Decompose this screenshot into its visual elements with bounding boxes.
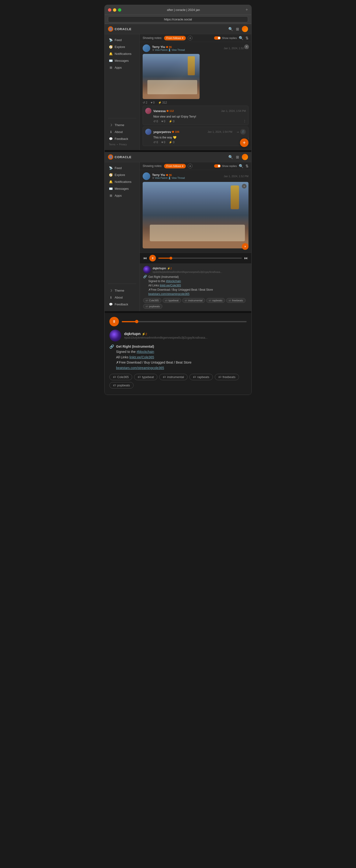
reply-boost-v[interactable]: ↺ 0 [153,120,158,123]
app-window: after | coracle | 2024 jan + 🌀 CORACLE 🔍… [104,5,252,395]
linktree-link-2[interactable]: linktr.ee/Cole365 [160,284,181,287]
feed-search-icon-2[interactable]: 🔍 [239,164,244,168]
next-track-button-2[interactable]: ⏭ [244,256,248,260]
large-tag-rapbeats[interactable]: 🏷rapbeats [189,374,213,380]
add-filter-button-2[interactable]: + [188,164,192,168]
view-thread-link-2[interactable]: View Thread [171,177,185,179]
reply-like-y[interactable]: ♥ 0 [161,141,165,144]
image-close-btn[interactable]: × [242,184,247,189]
large-tag-cole365[interactable]: 🏷Cole365 [109,374,132,380]
sidebar-2-feedback[interactable]: 💬 Feedback [105,301,139,308]
large-blockchain-link[interactable]: #blockchain [136,350,154,353]
user-avatar[interactable] [242,26,248,32]
tag-freebeats-2[interactable]: 🏷freebeats [226,298,246,303]
minimize-button[interactable] [113,8,116,12]
reply-zap-v[interactable]: ⚡ 0 [169,120,175,123]
sidebar-2-about[interactable]: ℹ About [105,294,139,301]
post-avatar-terry [143,44,150,52]
sidebar-2-messages[interactable]: ✉️ Messages [105,185,139,192]
large-music-username: dqkrtupn [124,332,140,336]
sidebar-2-feed[interactable]: 📡 Feed [105,164,139,172]
messages-icon-2: ✉️ [109,187,113,190]
post-header-terry-2: Terry Yiu 96 ⬆ View Parent 🧵 View Thread… [143,173,249,180]
sidebar-2-notifications[interactable]: 🔔 Notifications [105,178,139,185]
large-tag-instrumental[interactable]: 🏷instrumental [159,374,188,380]
sidebar-nav-2: 📡 Feed 🧭 Explore 🔔 Notifications ✉️ Mess… [105,164,139,282]
close-button[interactable] [108,8,111,12]
from-follows-button[interactable]: From follows ▾ [164,36,186,40]
grid-icon-2[interactable]: ⊞ [236,155,239,159]
maximize-button[interactable] [118,8,121,12]
tag-rapbeats-2[interactable]: 🏷rapbeats [206,298,225,303]
post-boost-action[interactable]: ↺ 2 [143,101,148,104]
reply-more-v[interactable]: ⋮ [243,119,246,123]
user-avatar-2[interactable] [242,154,248,160]
zap-icon: ⚡ [158,101,162,104]
search-icon-2[interactable]: 🔍 [228,155,233,159]
blockchain-link-2[interactable]: #blockchain [166,280,181,283]
post-like-action[interactable]: ♥ 0 [151,101,155,104]
sidebar-item-feedback[interactable]: 💬 Feedback [105,135,139,142]
from-follows-button-2[interactable]: From follows ▾ [164,164,186,168]
player-progress-bar-2[interactable] [158,258,242,259]
large-tag-typebeat[interactable]: 🏷typebeat [134,374,157,380]
music-meta-2: dqkrtupn ⚡2 npub10urjckretmxa4mnl4vm8kgw… [153,266,222,273]
grid-icon[interactable]: ⊞ [236,27,239,31]
feed-header-1: Showing notes: From follows ▾ + Show rep… [140,34,251,42]
sidebar-item-theme[interactable]: ☽ Theme [105,122,139,128]
panel2-close-button[interactable]: × [242,243,249,250]
feed-search-icon[interactable]: 🔍 [239,36,244,40]
reply-like-v[interactable]: ♥ 0 [161,120,165,123]
music-note-icon[interactable]: 🎵 [240,129,246,135]
privacy-link[interactable]: Privacy [119,143,127,146]
music-player-bar-2: ⏮ ⏸ ⏭ [140,253,251,264]
large-tag-freebeats[interactable]: 🏷freebeats [215,374,239,380]
search-icon[interactable]: 🔍 [228,27,233,31]
tag-typebeat-2[interactable]: 🏷typebeat [163,298,181,303]
sidebar-2-explore[interactable]: 🧭 Explore [105,172,139,178]
sidebar-item-feed[interactable]: 📡 Feed [105,37,139,43]
sidebar-item-apps[interactable]: ⊞ Apps [105,64,139,71]
reply-header-vanessa: Vanessa 112 Jan 1, 2024, 1:54 PM [145,108,246,114]
post-meta-terry: Terry Yiu 96 ⬆ View Parent 🧵 View Thread [152,45,222,51]
terms-link[interactable]: Terms [109,143,115,146]
post-terry-2: Terry Yiu 96 ⬆ View Parent 🧵 View Thread… [140,170,251,253]
sidebar-item-about[interactable]: ℹ About [105,128,139,135]
tag-instrumental-2[interactable]: 🏷instrumental [182,298,205,303]
view-parent-link-2[interactable]: View Parent [155,177,167,179]
feed-sort-icon-2[interactable]: ⇅ [246,164,249,168]
play-pause-button-2[interactable]: ⏸ [149,255,156,261]
tag-popbeats-2[interactable]: 🏷popbeats [143,304,162,309]
feed-sort-icon[interactable]: ⇅ [246,36,249,40]
sidebar-item-explore[interactable]: 🧭 Explore [105,43,139,50]
url-input[interactable] [108,17,248,22]
add-filter-button[interactable]: + [188,36,192,40]
large-beatstars-link[interactable]: beatstars.com/streamingcole365 [116,366,164,370]
show-replies-pill-2[interactable] [214,164,221,168]
post-close-button[interactable]: × [244,44,249,49]
view-thread-link[interactable]: View Thread [171,49,185,51]
post-zap-action[interactable]: ⚡ 312 [158,101,167,104]
sidebar-item-notifications[interactable]: 🔔 Notifications [105,50,139,57]
large-progress-bar[interactable] [122,321,247,322]
post-score-terry-2: 96 [169,174,172,177]
tag-cole365-2[interactable]: 🏷Cole365 [143,298,161,303]
sidebar-2-apps[interactable]: ⊞ Apps [105,192,139,199]
view-parent-link[interactable]: View Parent [155,49,167,51]
fab-compose-button[interactable]: + [240,138,249,147]
new-tab-button[interactable]: + [246,7,248,12]
beatstars-link-2[interactable]: beatstars.com/streamingcole365 [148,292,189,296]
sidebar-2-theme[interactable]: ☽ Theme [105,287,139,294]
reply-boost-y[interactable]: ↺ 0 [153,141,158,144]
large-tag-popbeats[interactable]: 🏷popbeats [109,382,134,389]
show-replies-pill[interactable] [214,36,221,40]
large-music-info: dqkrtupn ⚡2 npub10urjckretmxa4mnl4vm8kgw… [109,330,247,392]
music-username-2: dqkrtupn [153,267,166,270]
notifications-icon: 🔔 [109,52,113,56]
reply-zap-y[interactable]: ⚡ 0 [169,141,175,144]
prev-track-button-2[interactable]: ⏮ [143,256,147,260]
large-play-pause-button[interactable]: ⏸ [109,317,119,326]
large-linktree-link[interactable]: linktr.ee/Cole365 [129,355,154,359]
sidebar-item-messages[interactable]: ✉️ Messages [105,57,139,64]
reply-score-vanessa: 112 [169,110,174,112]
